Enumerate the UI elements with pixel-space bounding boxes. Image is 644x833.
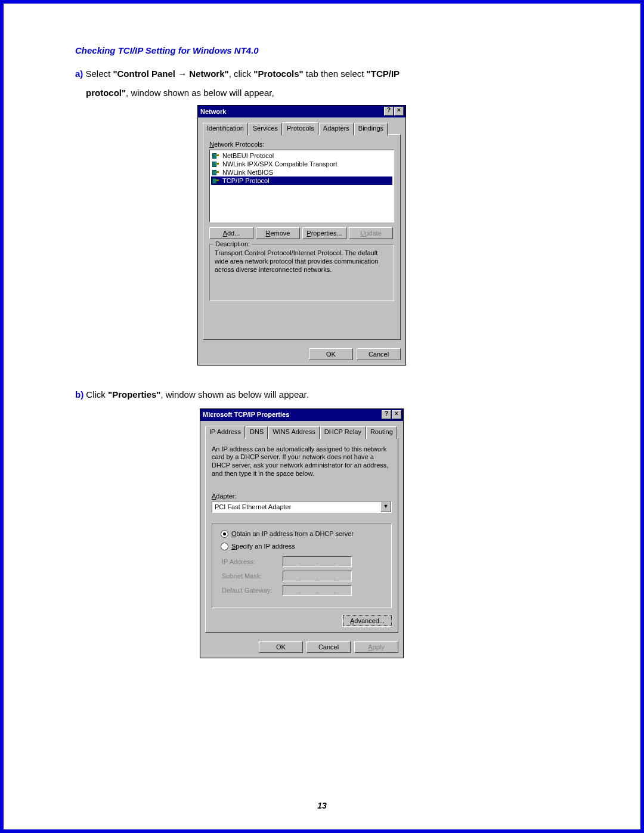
- help-icon[interactable]: ?: [384, 107, 394, 116]
- tab-panel: Network Protocols: NetBEUI Protocol NWLi…: [203, 134, 401, 340]
- section-title: Checking TCI/IP Setting for Windows NT4.…: [75, 45, 528, 55]
- radio-specify[interactable]: Specify an IP address: [221, 543, 385, 550]
- dialog2-wrap: Microsoft TCP/IP Properties ? × IP Addre…: [75, 408, 528, 658]
- radio-icon: [221, 530, 228, 538]
- remove-button[interactable]: Remove: [256, 227, 300, 239]
- bold-text: protocol": [86, 88, 126, 98]
- tab-dns[interactable]: DNS: [246, 426, 268, 439]
- dialog1-wrap: Network ? × Identification Services Prot…: [75, 105, 528, 366]
- advanced-row: Advanced...: [212, 615, 392, 626]
- description-group: Description: Transport Control Protocol/…: [209, 244, 394, 301]
- text: , window shown as below will appear,: [126, 88, 274, 98]
- update-button: Update: [349, 227, 393, 239]
- adapter-value: PCI Fast Ethernet Adapter: [212, 503, 380, 510]
- page-number: 13: [4, 801, 640, 810]
- cancel-button[interactable]: Cancel: [357, 348, 401, 360]
- bold-text: "Control Panel → Network": [113, 69, 228, 79]
- spacer: [209, 301, 394, 333]
- help-icon[interactable]: ?: [382, 410, 391, 419]
- bold-text: "TCP/IP: [367, 69, 400, 79]
- instruction-b: b) Click "Properties", window shown as b…: [75, 387, 528, 402]
- subnet-mask-input: ...: [283, 571, 352, 581]
- ip-mode-group: Obtain an IP address from a DHCP server …: [212, 524, 392, 608]
- tab-bindings[interactable]: Bindings: [354, 123, 388, 135]
- tab-identification[interactable]: Identification: [203, 123, 248, 135]
- cancel-button[interactable]: Cancel: [306, 641, 351, 653]
- group-title: Description:: [213, 240, 252, 247]
- info-text: An IP address can be automatically assig…: [212, 444, 392, 493]
- protocol-icon: [212, 152, 221, 159]
- marker-b: b): [75, 389, 83, 400]
- adapter-combo[interactable]: PCI Fast Ethernet Adapter ▼: [212, 501, 392, 513]
- protocol-icon: [212, 160, 221, 168]
- protocol-icon: [212, 177, 221, 184]
- instruction-a: a) Select "Control Panel → Network", cli…: [75, 66, 528, 82]
- network-dialog: Network ? × Identification Services Prot…: [197, 105, 406, 366]
- protocol-item[interactable]: NWLink NetBIOS: [211, 168, 392, 176]
- subnet-mask-row: Subnet Mask: ...: [222, 571, 385, 581]
- protocol-label: NWLink NetBIOS: [222, 169, 273, 176]
- tab-routing[interactable]: Routing: [366, 426, 397, 439]
- page-frame: Checking TCI/IP Setting for Windows NT4.…: [0, 0, 644, 833]
- titlebar[interactable]: Network ? ×: [198, 106, 405, 117]
- gateway-row: Default Gateway: ...: [222, 585, 385, 596]
- protocol-item[interactable]: NetBEUI Protocol: [211, 151, 392, 160]
- tab-wins[interactable]: WINS Address: [268, 426, 320, 439]
- protocol-item[interactable]: NWLink IPX/SPX Compatible Transport: [211, 160, 392, 168]
- dialog-body: IP Address DNS WINS Address DHCP Relay R…: [200, 421, 403, 637]
- ip-fields: IP Address: ... Subnet Mask: ... Default…: [222, 556, 385, 596]
- ip-address-row: IP Address: ...: [222, 556, 385, 567]
- tab-dhcp-relay[interactable]: DHCP Relay: [320, 426, 366, 439]
- text: Click: [83, 389, 108, 400]
- protocol-icon: [212, 169, 221, 176]
- text: , window shown as below will appear.: [160, 389, 308, 400]
- titlebar[interactable]: Microsoft TCP/IP Properties ? ×: [200, 409, 403, 421]
- titlebar-text: Network: [200, 108, 226, 115]
- ok-button[interactable]: OK: [259, 641, 303, 653]
- tab-ip-address[interactable]: IP Address: [205, 426, 245, 438]
- dialog-body: Identification Services Protocols Adapte…: [198, 117, 405, 345]
- close-icon[interactable]: ×: [394, 107, 404, 116]
- titlebar-buttons: ? ×: [383, 107, 404, 116]
- gateway-input: ...: [283, 585, 352, 596]
- radio-label: Obtain an IP address from a DHCP server: [231, 530, 354, 537]
- protocol-list[interactable]: NetBEUI Protocol NWLink IPX/SPX Compatib…: [209, 150, 394, 222]
- marker-a: a): [75, 69, 83, 79]
- text: tab then select: [304, 69, 367, 79]
- description-text: Transport Control Protocol/Internet Prot…: [215, 249, 389, 274]
- list-label: Network Protocols:: [209, 141, 394, 148]
- advanced-button[interactable]: Advanced...: [343, 615, 392, 626]
- bold-text: "Protocols": [253, 69, 303, 79]
- chevron-down-icon[interactable]: ▼: [380, 501, 391, 512]
- radio-icon: [221, 543, 228, 550]
- tab-services[interactable]: Services: [249, 123, 282, 135]
- tabs: IP Address DNS WINS Address DHCP Relay R…: [205, 426, 398, 438]
- tabs: Identification Services Protocols Adapte…: [203, 122, 401, 135]
- apply-button: Apply: [354, 641, 398, 653]
- tab-adapters[interactable]: Adapters: [319, 123, 354, 135]
- add-button[interactable]: Add...: [209, 227, 253, 239]
- instruction-a-line2: protocol", window shown as below will ap…: [86, 85, 528, 101]
- protocol-item-selected[interactable]: TCP/IP Protocol: [211, 176, 392, 185]
- titlebar-buttons: ? ×: [381, 410, 401, 419]
- bold-text: "Properties": [108, 389, 160, 400]
- gateway-label: Default Gateway:: [222, 587, 278, 594]
- titlebar-text: Microsoft TCP/IP Properties: [203, 411, 289, 418]
- tab-protocols[interactable]: Protocols: [283, 122, 318, 135]
- tab-panel: An IP address can be automatically assig…: [205, 438, 398, 633]
- properties-button[interactable]: Properties...: [302, 227, 346, 239]
- subnet-mask-label: Subnet Mask:: [222, 572, 278, 580]
- ok-button[interactable]: OK: [309, 348, 353, 360]
- dialog-bottom: OK Cancel Apply: [200, 637, 403, 658]
- close-icon[interactable]: ×: [392, 410, 401, 419]
- protocol-label: NetBEUI Protocol: [222, 152, 274, 159]
- radio-dhcp[interactable]: Obtain an IP address from a DHCP server: [221, 530, 385, 538]
- dialog-bottom: OK Cancel: [198, 345, 405, 365]
- tcpip-dialog: Microsoft TCP/IP Properties ? × IP Addre…: [200, 408, 404, 658]
- ip-address-input: ...: [283, 556, 352, 567]
- protocol-label: NWLink IPX/SPX Compatible Transport: [222, 160, 338, 168]
- radio-label: Specify an IP address: [231, 543, 295, 550]
- content-column: Checking TCI/IP Setting for Windows NT4.…: [75, 45, 528, 658]
- button-row: Add... Remove Properties... Update: [209, 227, 394, 239]
- ip-address-label: IP Address:: [222, 558, 278, 565]
